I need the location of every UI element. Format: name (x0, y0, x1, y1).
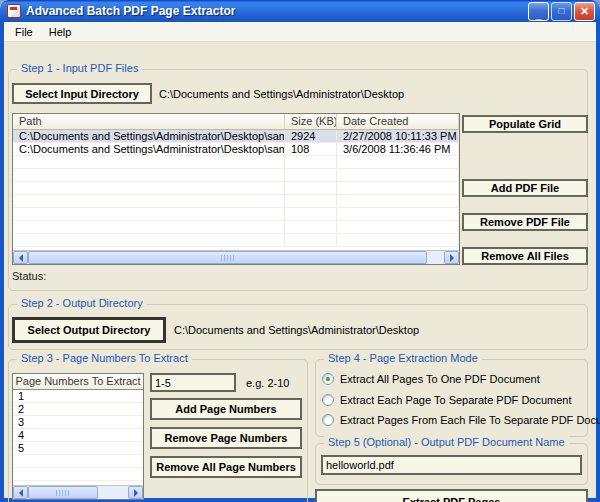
scrollbar-thumb[interactable] (28, 486, 98, 499)
minimize-icon: _ (536, 10, 542, 20)
radio-icon (322, 394, 334, 406)
page-number-item[interactable]: 4 (13, 429, 143, 442)
page-number-item[interactable]: 3 (13, 416, 143, 429)
radio-label: Extract Pages From Each File To Separate… (340, 414, 600, 426)
close-icon: ✕ (580, 6, 589, 17)
remove-pdf-file-button[interactable]: Remove PDF File (462, 213, 588, 231)
client-area: Step 1 - Input PDF Files Select Input Di… (4, 43, 596, 499)
scroll-left-button[interactable] (13, 251, 28, 264)
input-directory-path: C:\Documents and Settings\Administrator\… (159, 88, 404, 100)
window-title: Advanced Batch PDF Page Extractor (26, 4, 528, 18)
scroll-left-button[interactable] (13, 486, 28, 499)
select-output-directory-button[interactable]: Select Output Directory (12, 317, 166, 343)
radio-extract-all-pages[interactable]: Extract All Pages To One PDF Document (322, 372, 540, 386)
cell-date: 3/6/2008 11:36:46 PM (337, 143, 459, 156)
radio-icon (322, 414, 334, 426)
grid-horizontal-scrollbar[interactable] (13, 250, 459, 264)
remove-all-files-button[interactable]: Remove All Files (462, 247, 588, 265)
status-label: Status: (12, 270, 46, 282)
step4-group-title: Step 4 - Page Extraction Mode (324, 352, 482, 364)
page-number-item[interactable]: 1 (13, 390, 143, 403)
grid-empty-row (13, 234, 459, 247)
cell-date: 2/27/2008 10:11:33 PM (337, 130, 459, 143)
remove-page-numbers-button[interactable]: Remove Page Numbers (150, 427, 302, 449)
input-files-grid[interactable]: Path Size (KB) Date Created C:\Documents… (12, 113, 460, 265)
step1-group-title: Step 1 - Input PDF Files (17, 62, 142, 74)
grid-empty-row (13, 195, 459, 208)
scroll-right-button[interactable] (128, 486, 143, 499)
column-header-date[interactable]: Date Created (337, 114, 459, 129)
app-window: Advanced Batch PDF Page Extractor _ □ ✕ … (0, 0, 600, 502)
page-range-input[interactable] (150, 373, 236, 392)
page-numbers-list-header: Page Numbers To Extract (13, 374, 143, 390)
title-bar[interactable]: Advanced Batch PDF Page Extractor _ □ ✕ (0, 0, 600, 22)
grid-row-sample1[interactable]: C:\Documents and Settings\Administrator\… (13, 130, 459, 143)
close-button[interactable]: ✕ (574, 2, 595, 21)
maximize-icon: □ (558, 6, 564, 16)
add-page-numbers-button[interactable]: Add Page Numbers (150, 398, 302, 420)
radio-label: Extract Each Page To Separate PDF Docume… (340, 394, 572, 406)
arrow-right-icon (450, 254, 458, 262)
radio-label: Extract All Pages To One PDF Document (340, 373, 540, 385)
grid-empty-row (13, 208, 459, 221)
cell-size: 108 (285, 143, 337, 156)
arrow-left-icon (15, 489, 23, 497)
grip-icon (56, 490, 70, 496)
column-header-size[interactable]: Size (KB) (285, 114, 337, 129)
grid-empty-row (13, 169, 459, 182)
menu-file[interactable]: File (8, 24, 40, 40)
page-number-empty-row (13, 468, 143, 481)
populate-grid-button[interactable]: Populate Grid (462, 115, 588, 133)
grid-row-sample2[interactable]: C:\Documents and Settings\Administrator\… (13, 143, 459, 156)
page-number-empty-row (13, 455, 143, 468)
app-icon (7, 4, 21, 18)
remove-all-page-numbers-button[interactable]: Remove All Page Numbers (150, 456, 302, 478)
radio-icon (322, 373, 334, 385)
grid-empty-row (13, 221, 459, 234)
page-numbers-list[interactable]: Page Numbers To Extract 1 2 3 4 5 (12, 373, 144, 500)
add-pdf-file-button[interactable]: Add PDF File (462, 179, 588, 197)
menu-bar: File Help (4, 22, 596, 42)
page-number-item[interactable]: 5 (13, 442, 143, 455)
grid-empty-row (13, 156, 459, 169)
scrollbar-track[interactable] (28, 486, 128, 499)
grid-header[interactable]: Path Size (KB) Date Created (13, 114, 459, 130)
output-filename-input[interactable] (321, 455, 582, 475)
page-range-hint: e.g. 2-10 (246, 377, 289, 389)
radio-extract-each-page[interactable]: Extract Each Page To Separate PDF Docume… (322, 393, 572, 407)
maximize-button[interactable]: □ (551, 2, 572, 21)
cell-size: 2924 (285, 130, 337, 143)
list-horizontal-scrollbar[interactable] (13, 485, 143, 499)
cell-path: C:\Documents and Settings\Administrator\… (13, 130, 285, 143)
column-header-path[interactable]: Path (13, 114, 285, 129)
scrollbar-track[interactable] (28, 251, 444, 264)
cell-path: C:\Documents and Settings\Administrator\… (13, 143, 285, 156)
step3-group-title: Step 3 - Page Numbers To Extract (17, 352, 192, 364)
extract-pdf-pages-button[interactable]: Extract PDF Pages (315, 489, 588, 502)
grid-empty-row (13, 182, 459, 195)
arrow-left-icon (15, 254, 23, 262)
scrollbar-thumb[interactable] (28, 251, 427, 264)
minimize-button[interactable]: _ (528, 2, 549, 21)
step2-group-title: Step 2 - Output Directory (17, 297, 147, 309)
output-directory-path: C:\Documents and Settings\Administrator\… (174, 324, 419, 336)
grip-icon (221, 255, 235, 261)
window-body: File Help Step 1 - Input PDF Files Selec… (0, 22, 600, 502)
step5-group-title: Step 5 (Optional) - Output PDF Document … (324, 436, 569, 448)
scroll-right-button[interactable] (444, 251, 459, 264)
page-number-item[interactable]: 2 (13, 403, 143, 416)
select-input-directory-button[interactable]: Select Input Directory (12, 83, 152, 104)
radio-extract-pages-each-file[interactable]: Extract Pages From Each File To Separate… (322, 413, 600, 427)
arrow-right-icon (134, 489, 142, 497)
menu-help[interactable]: Help (42, 24, 79, 40)
